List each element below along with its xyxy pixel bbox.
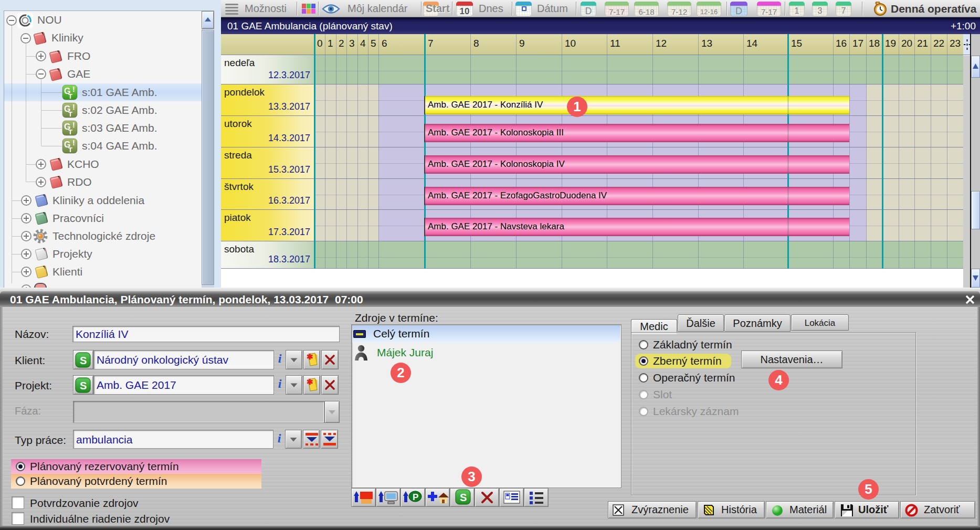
svg-text:!: ! — [72, 121, 75, 129]
svg-text:✱: ✱ — [307, 352, 313, 361]
svg-text:!: ! — [72, 139, 75, 147]
svg-text:S: S — [80, 355, 87, 366]
svg-text:S: S — [80, 380, 87, 391]
svg-text:P: P — [413, 492, 418, 502]
svg-text:T: T — [68, 146, 72, 154]
svg-text:S: S — [460, 492, 467, 503]
svg-text:T: T — [68, 128, 72, 136]
svg-text:!: ! — [72, 85, 75, 93]
svg-text:T: T — [68, 110, 72, 118]
svg-text:✱: ✱ — [307, 377, 313, 386]
svg-text:!: ! — [72, 103, 75, 111]
svg-text:T: T — [68, 92, 72, 100]
